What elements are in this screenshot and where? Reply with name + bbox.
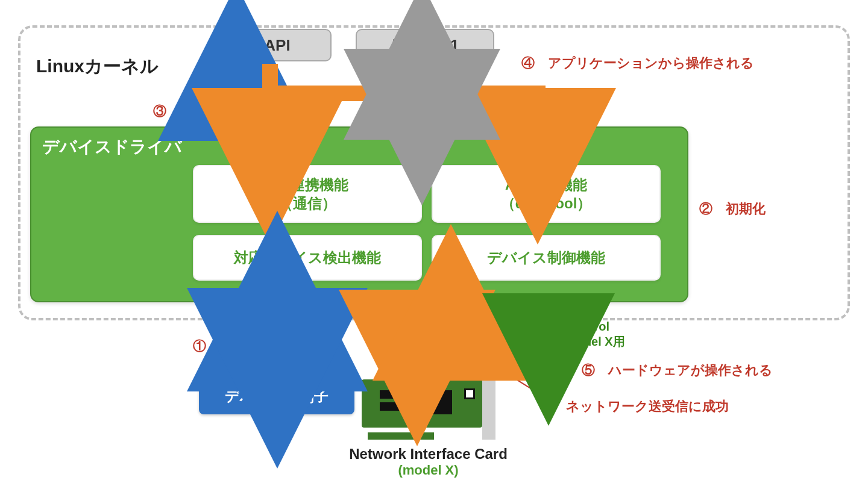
device-identifier-box: デバイス識別子 [199,378,354,414]
nic-name: Network Interface Card [349,446,508,462]
step-2-label: ② 初期化 [699,200,766,218]
step-4-label: ④ アプリケーションから操作される [521,54,754,72]
device-driver-title: デバイスドライバ [42,136,182,158]
device-control-feature-box: デバイス制御機能 [432,235,661,281]
api-box: API [223,29,332,61]
control-line2: Model X用 [567,335,625,348]
dev-net1-box: /dev/net1 [356,29,494,61]
device-detection-feature-box: 対応デバイス検出機能 [193,235,422,281]
nic-model: (model X) [330,463,526,478]
nic-caption: Network Interface Card (model X) [330,446,526,478]
api-comm-line2: （通信） [278,194,336,213]
device-detection-label: 対応デバイス検出機能 [234,248,381,267]
step-5-label: ⑤ ハードウェアが操作される [582,361,773,379]
api-ethertool-feature-box: API連携機能 （ethertool） [432,165,661,223]
device-control-label: デバイス制御機能 [487,248,605,267]
data-label: DATA [476,322,511,338]
api-ethertool-line2: （ethertool） [501,194,592,213]
step-3-label: ③ 登録 [153,102,206,120]
api-comm-feature-box: API連携機能 （通信） [193,165,422,223]
control-line1: Control [567,320,609,333]
step-6-label: ⑥ ネットワーク送受信に成功 [539,397,729,416]
control-label: Control Model X用 [567,319,625,349]
nic-hardware-icon [362,367,512,440]
linux-kernel-title: Linuxカーネル [36,54,159,79]
api-ethertool-line1: API連携機能 [505,175,587,194]
api-comm-line1: API連携機能 [266,175,348,194]
step-1-label: ① 一致 [193,337,246,355]
